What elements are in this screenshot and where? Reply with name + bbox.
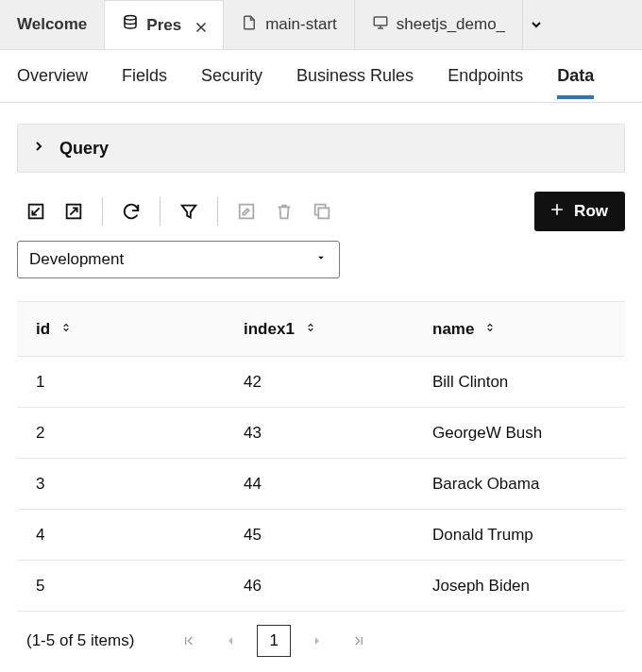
- monitor-icon: [372, 14, 389, 36]
- toolbar-separator: [217, 197, 218, 226]
- tab-label: Fields: [122, 66, 167, 85]
- query-panel[interactable]: Query: [17, 124, 625, 173]
- tab-label: Data: [557, 66, 594, 85]
- sort-icon: [304, 320, 317, 339]
- edit-button: [228, 193, 265, 230]
- pagination-summary: (1-5 of 5 items): [26, 631, 134, 650]
- sort-icon: [59, 320, 73, 339]
- cell-id: 4: [36, 526, 244, 545]
- file-tab-pres[interactable]: Pres: [105, 0, 224, 49]
- cell-index1: 45: [244, 526, 432, 545]
- file-tab-strip: Welcome Pres main-start sheetjs_demo_: [0, 0, 642, 50]
- pagination: (1-5 of 5 items): [17, 612, 625, 657]
- page-number-input[interactable]: [257, 625, 291, 657]
- toolbar-separator: [102, 197, 103, 226]
- table-row[interactable]: 4 45 Donald Trump: [17, 510, 625, 561]
- tab-label: Business Rules: [296, 66, 414, 85]
- table-header-row: id index1 name: [17, 302, 625, 357]
- cell-name: Barack Obama: [432, 475, 606, 494]
- toolbar-separator: [160, 197, 160, 226]
- file-tab-label: sheetjs_demo_: [397, 15, 505, 34]
- first-page-button[interactable]: [174, 626, 204, 656]
- delete-button: [265, 193, 303, 230]
- file-tab-label: main-start: [265, 15, 337, 34]
- cell-index1: 42: [244, 373, 432, 392]
- tab-security[interactable]: Security: [201, 53, 262, 99]
- file-tab-label: Pres: [146, 16, 181, 35]
- column-header-id[interactable]: id: [36, 320, 244, 339]
- next-page-button[interactable]: [302, 626, 332, 656]
- environment-value: Development: [29, 250, 124, 269]
- filter-button[interactable]: [170, 193, 208, 230]
- add-row-label: Row: [574, 202, 608, 221]
- svg-rect-1: [374, 17, 387, 25]
- tab-endpoints[interactable]: Endpoints: [448, 53, 523, 99]
- cell-name: Donald Trump: [432, 526, 606, 545]
- main-area: Query: [0, 103, 642, 657]
- svg-rect-4: [240, 205, 254, 219]
- table-row[interactable]: 5 46 Joseph Biden: [17, 561, 625, 612]
- cell-id: 3: [36, 475, 244, 494]
- data-toolbar: Row: [17, 192, 625, 231]
- column-header-name[interactable]: name: [432, 320, 606, 339]
- duplicate-button: [303, 193, 341, 230]
- table-row[interactable]: 1 42 Bill Clinton: [17, 357, 625, 408]
- cell-index1: 46: [244, 577, 432, 596]
- database-icon: [122, 14, 139, 36]
- tab-overflow-button[interactable]: [523, 0, 549, 49]
- column-label: id: [36, 320, 50, 339]
- tab-business-rules[interactable]: Business Rules: [296, 53, 414, 99]
- environment-select[interactable]: Development: [17, 241, 340, 278]
- last-page-button[interactable]: [344, 626, 374, 656]
- svg-point-0: [125, 16, 136, 21]
- svg-rect-5: [318, 208, 329, 218]
- cell-index1: 43: [244, 424, 432, 443]
- prev-page-button[interactable]: [215, 626, 245, 656]
- cell-name: Bill Clinton: [432, 373, 606, 392]
- file-tab-sheetjs-demo[interactable]: sheetjs_demo_: [355, 0, 523, 49]
- cell-id: 5: [36, 577, 244, 596]
- refresh-button[interactable]: [112, 193, 150, 230]
- tab-label: Overview: [17, 66, 88, 85]
- data-table: id index1 name 1 42 Bill Clinton 2 43 Ge…: [17, 301, 625, 612]
- tab-label: Endpoints: [448, 66, 523, 85]
- sub-tab-strip: Overview Fields Security Business Rules …: [0, 50, 642, 103]
- column-header-index1[interactable]: index1: [244, 320, 432, 339]
- file-tab-main-start[interactable]: main-start: [224, 0, 355, 49]
- export-button[interactable]: [55, 193, 93, 230]
- add-row-button[interactable]: Row: [534, 192, 625, 231]
- column-label: index1: [244, 320, 295, 339]
- cell-name: Joseph Biden: [432, 577, 606, 596]
- tab-fields[interactable]: Fields: [122, 53, 167, 99]
- cell-index1: 44: [244, 475, 432, 494]
- table-row[interactable]: 3 44 Barack Obama: [17, 459, 625, 510]
- query-panel-label: Query: [59, 139, 109, 159]
- file-tab-welcome[interactable]: Welcome: [0, 0, 105, 49]
- cell-name: GeorgeW Bush: [432, 424, 606, 443]
- cell-id: 1: [36, 373, 244, 392]
- pagination-controls: [174, 625, 374, 657]
- tab-data[interactable]: Data: [557, 53, 594, 99]
- sort-icon: [483, 320, 497, 339]
- file-tab-label: Welcome: [17, 15, 87, 34]
- file-icon: [241, 14, 258, 36]
- caret-down-icon: [314, 250, 328, 269]
- toolbar-left: [17, 193, 341, 230]
- close-icon[interactable]: [193, 19, 206, 32]
- column-label: name: [432, 320, 474, 339]
- cell-id: 2: [36, 424, 244, 443]
- plus-icon: [548, 200, 566, 224]
- chevron-right-icon: [31, 139, 46, 159]
- import-button[interactable]: [17, 193, 55, 230]
- tab-label: Security: [201, 66, 262, 85]
- tab-overview[interactable]: Overview: [17, 53, 88, 99]
- table-row[interactable]: 2 43 GeorgeW Bush: [17, 408, 625, 459]
